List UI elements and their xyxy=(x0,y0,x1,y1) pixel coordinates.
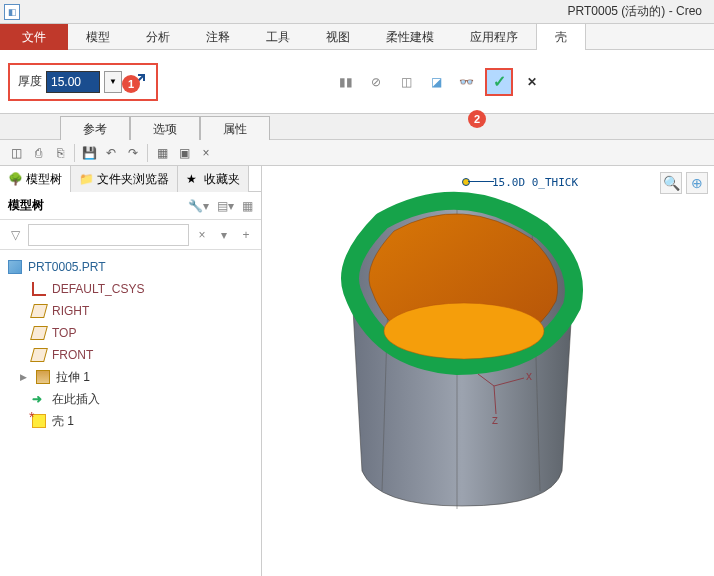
sb-tab-label: 模型树 xyxy=(26,171,62,188)
tree-item-insert[interactable]: ➜ 在此插入 xyxy=(4,388,257,410)
cancel-button[interactable]: ✕ xyxy=(521,71,543,93)
tree-header-label: 模型树 xyxy=(8,197,44,214)
subtab-refs[interactable]: 参考 xyxy=(60,116,130,140)
main-area: 🌳模型树 📁文件夹浏览器 ★收藏夹 模型树 🔧▾ ▤▾ ▦ ▽ × ▾ + PR… xyxy=(0,166,714,576)
quick-toolbar: ◫ ⎙ ⎘ 💾 ↶ ↷ ▦ ▣ × xyxy=(0,140,714,166)
subtab-props[interactable]: 属性 xyxy=(200,116,270,140)
tree-item-label: 拉伸 1 xyxy=(56,369,90,386)
plane-icon xyxy=(30,348,48,362)
sb-tab-label: 收藏夹 xyxy=(204,171,240,188)
tree-item-plane[interactable]: RIGHT xyxy=(4,300,257,322)
app-icon[interactable]: ◧ xyxy=(4,4,20,20)
svg-line-6 xyxy=(494,386,496,414)
tree-item-plane[interactable]: TOP xyxy=(4,322,257,344)
display-icon[interactable]: ▤▾ xyxy=(217,199,234,213)
view-tools: 🔍 ⊕ xyxy=(660,172,708,194)
tree-root[interactable]: PRT0005.PRT xyxy=(4,256,257,278)
ribbon-content: 厚度 1 ▼ ▮▮ ⊘ ◫ ◪ 👓 ✓ ✕ xyxy=(0,50,714,114)
regen-icon[interactable]: ▦ xyxy=(152,143,172,163)
verify-icon[interactable]: ◪ xyxy=(425,71,447,93)
show-icon[interactable]: ▦ xyxy=(242,199,253,213)
titlebar: ◧ PRT0005 (活动的) - Creo xyxy=(0,0,714,24)
ok-button[interactable]: ✓ xyxy=(485,68,513,96)
tree-item-label: RIGHT xyxy=(52,304,89,318)
sb-tab-fav[interactable]: ★收藏夹 xyxy=(178,166,249,192)
filter-icon[interactable]: ▽ xyxy=(6,226,24,244)
subtabs: 参考 选项 属性 xyxy=(0,114,714,140)
cube-icon[interactable]: ◫ xyxy=(395,71,417,93)
tab-flex[interactable]: 柔性建模 xyxy=(368,24,452,50)
zoom-fit-icon[interactable]: 🔍 xyxy=(660,172,682,194)
print-icon[interactable]: ⎙ xyxy=(28,143,48,163)
arrow-icon: ➜ xyxy=(32,392,46,406)
tree-icon: 🌳 xyxy=(8,172,22,186)
thickness-dropdown[interactable]: ▼ xyxy=(104,71,122,93)
tree-item-label: PRT0005.PRT xyxy=(28,260,106,274)
expand-icon[interactable]: ▶ xyxy=(20,372,30,382)
svg-line-7 xyxy=(478,374,494,386)
annotation-badge-1: 1 xyxy=(122,75,140,93)
windows-icon[interactable]: ▣ xyxy=(174,143,194,163)
axis-x-label: x xyxy=(526,369,532,383)
window-title: PRT0005 (活动的) - Creo xyxy=(568,3,702,20)
subtab-options[interactable]: 选项 xyxy=(130,116,200,140)
svg-line-5 xyxy=(494,378,524,386)
undo-icon[interactable]: ↶ xyxy=(101,143,121,163)
feature-tool-icons: ▮▮ ⊘ ◫ ◪ 👓 ✓ ✕ xyxy=(335,68,543,96)
thickness-group: 厚度 1 ▼ xyxy=(8,63,158,101)
separator xyxy=(147,144,148,162)
part-icon xyxy=(8,260,22,274)
tab-tools[interactable]: 工具 xyxy=(248,24,308,50)
tab-analysis[interactable]: 分析 xyxy=(128,24,188,50)
star-icon: ★ xyxy=(186,172,200,186)
tree-item-label: TOP xyxy=(52,326,76,340)
no-preview-icon[interactable]: ⊘ xyxy=(365,71,387,93)
tree-filter: ▽ × ▾ + xyxy=(0,220,261,250)
save-icon[interactable]: 💾 xyxy=(79,143,99,163)
tree-item-label: DEFAULT_CSYS xyxy=(52,282,144,296)
redo-icon[interactable]: ↷ xyxy=(123,143,143,163)
sb-tab-label: 文件夹浏览器 xyxy=(97,171,169,188)
plane-icon xyxy=(30,304,48,318)
separator xyxy=(74,144,75,162)
csys-display: x z xyxy=(474,366,544,428)
thickness-input[interactable] xyxy=(46,71,100,93)
tree-item-shell[interactable]: 壳 1 xyxy=(4,410,257,432)
tree-header-tools: 🔧▾ ▤▾ ▦ xyxy=(188,199,253,213)
annotation-badge-2: 2 xyxy=(468,110,486,128)
model-tree: PRT0005.PRT DEFAULT_CSYS RIGHT TOP FRONT… xyxy=(0,250,261,438)
dropdown-icon[interactable]: ▾ xyxy=(215,226,233,244)
tree-item-csys[interactable]: DEFAULT_CSYS xyxy=(4,278,257,300)
tab-view[interactable]: 视图 xyxy=(308,24,368,50)
tab-model[interactable]: 模型 xyxy=(68,24,128,50)
tab-shell[interactable]: 壳 xyxy=(536,24,586,50)
tab-annotate[interactable]: 注释 xyxy=(188,24,248,50)
axis-z-label: z xyxy=(492,413,498,426)
shell-icon xyxy=(32,414,46,428)
thickness-label: 厚度 xyxy=(18,73,42,90)
svg-point-4 xyxy=(384,303,544,359)
filter-input[interactable] xyxy=(28,224,189,246)
sidebar: 🌳模型树 📁文件夹浏览器 ★收藏夹 模型树 🔧▾ ▤▾ ▦ ▽ × ▾ + PR… xyxy=(0,166,262,576)
viewport[interactable]: 🔍 ⊕ 15.0D 0_THICK xyxy=(262,166,714,576)
close-icon[interactable]: × xyxy=(196,143,216,163)
tree-item-extrude[interactable]: ▶ 拉伸 1 xyxy=(4,366,257,388)
zoom-in-icon[interactable]: ⊕ xyxy=(686,172,708,194)
copy-icon[interactable]: ⎘ xyxy=(50,143,70,163)
add-icon[interactable]: + xyxy=(237,226,255,244)
tab-file[interactable]: 文件 xyxy=(0,24,68,50)
tree-item-plane[interactable]: FRONT xyxy=(4,344,257,366)
glasses-icon[interactable]: 👓 xyxy=(455,71,477,93)
tree-item-label: 在此插入 xyxy=(52,391,100,408)
sidebar-tabs: 🌳模型树 📁文件夹浏览器 ★收藏夹 xyxy=(0,166,261,192)
clear-filter-icon[interactable]: × xyxy=(193,226,211,244)
pause-icon[interactable]: ▮▮ xyxy=(335,71,357,93)
tab-apps[interactable]: 应用程序 xyxy=(452,24,536,50)
model-3d[interactable] xyxy=(282,171,602,511)
sb-tab-modeltree[interactable]: 🌳模型树 xyxy=(0,166,71,192)
settings-icon[interactable]: 🔧▾ xyxy=(188,199,209,213)
sb-tab-folder[interactable]: 📁文件夹浏览器 xyxy=(71,166,178,192)
new-icon[interactable]: ◫ xyxy=(6,143,26,163)
folder-icon: 📁 xyxy=(79,172,93,186)
plane-icon xyxy=(30,326,48,340)
